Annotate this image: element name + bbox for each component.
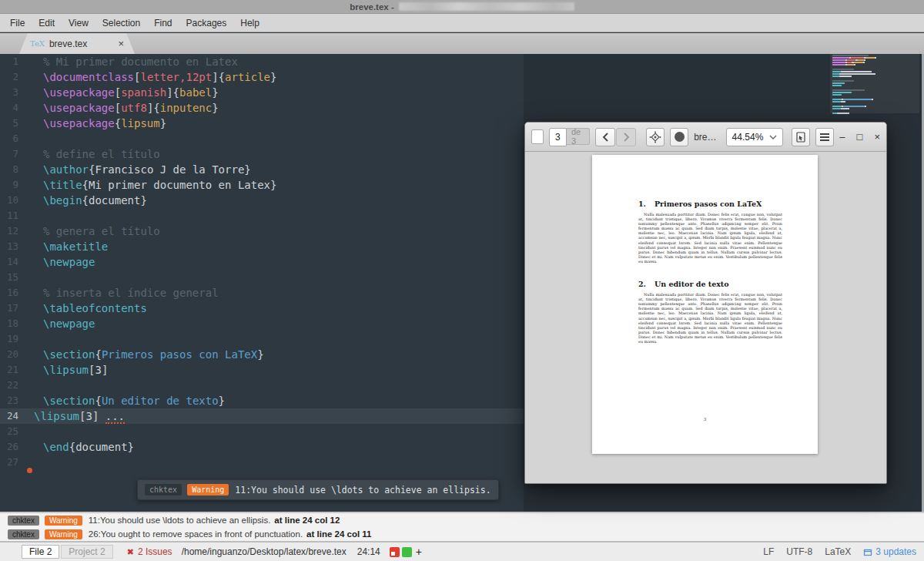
next-page-button[interactable] [616,128,636,146]
sync-status-icon[interactable] [402,547,412,557]
zoom-select[interactable]: 44.54% [726,128,784,146]
line-number: 26 [0,439,26,455]
pdf-section-heading: 2.Un editor de texto [638,280,782,288]
menu-button[interactable] [815,128,834,146]
line-number-gutter: 1234567891011121314151617181920212223242… [0,54,26,470]
line-number: 19 [0,331,26,347]
code-line-24[interactable]: \lipsum[3] ... [26,408,524,424]
line-number: 15 [0,270,26,285]
chevron-right-icon [623,133,630,142]
crosshair-diamond-icon [649,131,661,143]
line-number: 21 [0,362,26,378]
issues-x-icon: ✖ [127,547,134,557]
zoom-level: 44.54% [732,132,764,143]
pdf-toolbar: 3 de 3 breve… 44.54% [525,123,886,152]
line-number: 17 [0,301,26,316]
code-line-3[interactable]: \usepackage[spanish]{babel} [26,85,924,100]
line-number: 4 [0,100,26,116]
issue-row[interactable]: chktex Warning 26:You ought to remove sp… [0,527,924,541]
lint-source-badge: chktex [145,484,182,495]
cursor-position[interactable]: 24:14 [357,546,380,557]
latex-status-icon[interactable] [390,547,400,557]
linter-file-tab[interactable]: File 2 [22,545,59,559]
file-path[interactable]: /home/inguanzo/Desktop/latex/breve.tex [182,546,346,557]
pdf-document-title: breve… [694,132,720,143]
issue-message: 26:You ought to remove spaces in front o… [89,529,303,539]
close-button[interactable]: × [874,131,880,143]
pdf-paragraph: Nulla malesuada porttitor diam. Donec fe… [638,212,782,264]
line-number: 20 [0,347,26,362]
grammar-indicator[interactable]: LaTeX [825,546,851,557]
menu-selection[interactable]: Selection [95,18,147,29]
menu-edit[interactable]: Edit [32,18,62,29]
chevron-left-icon [602,133,609,142]
line-number: 5 [0,116,26,131]
pdf-paragraph: Nulla malesuada porttitor diam. Donec fe… [638,292,782,344]
menu-find[interactable]: Find [147,18,179,29]
pdf-section-heading: 1.Primeros pasos con LaTeX [638,200,782,208]
line-number: 14 [0,254,26,270]
sidebar-toggle-button[interactable] [531,129,544,144]
menu-packages[interactable]: Packages [179,18,234,29]
issue-source-badge: chktex [8,529,39,539]
package-updates-icon [863,547,872,556]
redacted-title-text [399,2,574,11]
issue-row[interactable]: chktex Warning 11:You should use \ldots … [0,513,924,527]
pdf-content-area[interactable]: 1.Primeros pasos con LaTeX Nulla malesua… [525,152,886,483]
menu-bar: FileEditViewSelectionFindPackagesHelp [0,14,924,32]
line-number: 7 [0,146,26,162]
line-number: 27 [0,455,26,470]
line-number: 6 [0,131,26,146]
issue-location[interactable]: at line 24 col 11 [306,529,371,539]
plus-icon[interactable]: + [416,546,422,558]
line-number: 3 [0,85,26,100]
menu-help[interactable]: Help [233,18,266,29]
issues-count[interactable]: 2 Issues [138,546,172,557]
code-line-2[interactable]: \documentclass[letter,12pt]{article} [26,69,924,85]
line-number: 22 [0,378,26,393]
issue-message: 11:You should use \ldots to achieve an e… [89,516,271,525]
menu-view[interactable]: View [62,18,95,29]
page-total-label: de 3 [567,128,590,145]
status-bar: File 2 Project 2 ✖ 2 Issues /home/inguan… [0,541,924,561]
line-ending-indicator[interactable]: LF [763,546,774,557]
issue-source-badge: chktex [8,516,39,526]
line-number: 18 [0,316,26,331]
pdf-page-number: 3 [592,417,818,422]
previous-page-button[interactable] [595,128,615,146]
circle-icon [675,132,685,142]
menu-file[interactable]: File [3,18,32,29]
window-title: breve.tex - [350,2,394,12]
maximize-button[interactable]: □ [857,131,863,143]
encoding-indicator[interactable]: UTF-8 [786,546,812,557]
annotation-circle-button[interactable] [670,128,688,146]
issue-location[interactable]: at line 24 col 12 [274,516,340,525]
line-number: 10 [0,193,26,208]
issue-severity-badge: Warning [45,516,82,526]
annotate-document-button[interactable] [792,128,810,146]
tab-bar: TeX breve.tex × [0,33,924,55]
line-number: 12 [0,223,26,239]
code-line-1[interactable]: % Mi primer documento en Latex [26,54,924,69]
minimap[interactable] [830,51,919,113]
minimize-button[interactable]: – [839,131,845,143]
line-number: 9 [0,177,26,193]
annotation-select-button[interactable] [646,128,665,146]
page-number-input[interactable]: 3 [549,128,567,146]
pdf-viewer-window[interactable]: 3 de 3 breve… 44.54% [524,122,887,484]
pdf-page: 1.Primeros pasos con LaTeX Nulla malesua… [592,155,818,454]
line-number: 24 [0,408,26,424]
lint-tooltip: chktex Warning 11:You should use \ldots … [137,479,499,500]
updates-indicator[interactable]: 3 updates [863,546,916,557]
minimap-code-bars [832,55,876,117]
tab-close-icon[interactable]: × [118,38,124,49]
tab-breve-tex[interactable]: TeX breve.tex × [19,33,135,54]
line-number: 2 [0,69,26,85]
line-number: 25 [0,424,26,439]
lint-warning-dot[interactable] [27,468,32,473]
linter-project-tab[interactable]: Project 2 [61,545,112,559]
chevron-down-icon [769,135,777,139]
line-number: 23 [0,393,26,408]
lint-message: 11:You should use \ldots to achieve an e… [235,485,490,495]
code-line-4[interactable]: \usepackage[utf8]{inputenc} [26,100,924,116]
